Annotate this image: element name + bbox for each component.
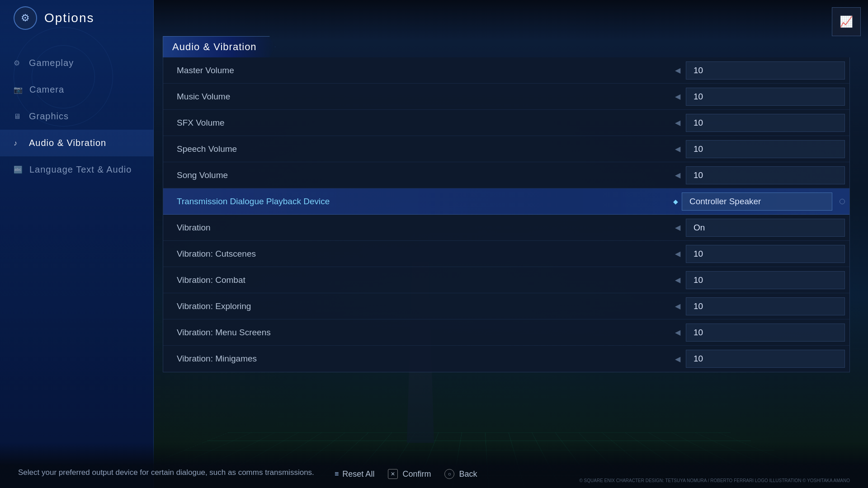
settings-table: Master Volume◀10Music Volume◀10SFX Volum…: [163, 57, 850, 372]
settings-label-vibration-minigames: Vibration: Minigames: [163, 354, 669, 364]
settings-row-vibration[interactable]: Vibration◀On: [163, 215, 849, 241]
settings-label-vibration-cutscenes: Vibration: Cutscenes: [163, 249, 669, 259]
back-button[interactable]: ○ Back: [444, 469, 477, 479]
sidebar-item-graphics[interactable]: 🖥 Graphics: [0, 103, 154, 130]
value-display-sfx-volume: 10: [686, 114, 845, 132]
value-display-song-volume: 10: [686, 166, 845, 184]
settings-row-master-volume[interactable]: Master Volume◀10: [163, 57, 849, 84]
confirm-button[interactable]: ✕ Confirm: [388, 469, 431, 479]
settings-row-song-volume[interactable]: Song Volume◀10: [163, 162, 849, 188]
sidebar-item-label: Graphics: [29, 111, 69, 122]
value-display-speech-volume: 10: [686, 140, 845, 158]
sidebar-item-gameplay[interactable]: ⚙ Gameplay: [0, 50, 154, 76]
value-display-master-volume: 10: [686, 61, 845, 80]
settings-value-area-vibration-menu-screens: ◀10: [669, 324, 849, 342]
gameplay-icon: ⚙: [14, 59, 23, 67]
settings-row-vibration-exploring[interactable]: Vibration: Exploring◀10: [163, 293, 849, 319]
settings-row-vibration-cutscenes[interactable]: Vibration: Cutscenes◀10: [163, 241, 849, 267]
confirm-btn-icon: ✕: [388, 469, 398, 479]
bottom-hint: Select your preferred output device for …: [18, 468, 335, 479]
main-content: Audio & Vibration Master Volume◀10Music …: [163, 36, 850, 443]
arrow-left-speech-volume[interactable]: ◀: [673, 143, 682, 155]
reset-all-button[interactable]: ≡ Reset All: [335, 469, 374, 479]
sidebar-item-label: Audio & Vibration: [29, 138, 106, 148]
section-header: Audio & Vibration: [163, 36, 275, 57]
arrow-left-vibration-minigames[interactable]: ◀: [673, 353, 682, 365]
settings-value-area-transmission-dialogue: ◆Controller Speaker: [669, 192, 849, 211]
options-icon: ⚙: [14, 6, 37, 30]
sidebar-item-label: Language Text & Audio: [29, 164, 132, 175]
settings-label-speech-volume: Speech Volume: [163, 144, 669, 154]
gear-icon: ⚙: [21, 12, 30, 24]
confirm-label: Confirm: [402, 469, 431, 479]
value-display-music-volume: 10: [686, 88, 845, 106]
settings-value-area-master-volume: ◀10: [669, 61, 849, 80]
settings-value-area-sfx-volume: ◀10: [669, 114, 849, 132]
sidebar-item-language[interactable]: 🔤 Language Text & Audio: [0, 156, 154, 183]
sidebar-menu: ⚙ Gameplay 📷 Camera 🖥 Graphics ♪ Audio &…: [0, 41, 154, 192]
sidebar-item-camera[interactable]: 📷 Camera: [0, 76, 154, 103]
back-btn-icon: ○: [444, 469, 454, 479]
stats-icon: 📈: [840, 15, 853, 28]
settings-value-area-music-volume: ◀10: [669, 88, 849, 106]
settings-label-transmission-dialogue: Transmission Dialogue Playback Device: [163, 197, 669, 206]
sidebar-item-label: Camera: [29, 84, 64, 95]
settings-row-vibration-combat[interactable]: Vibration: Combat◀10: [163, 267, 849, 293]
settings-value-area-speech-volume: ◀10: [669, 140, 849, 158]
settings-label-vibration-exploring: Vibration: Exploring: [163, 301, 669, 311]
settings-value-area-vibration: ◀On: [669, 219, 849, 237]
settings-row-music-volume[interactable]: Music Volume◀10: [163, 84, 849, 110]
settings-value-area-song-volume: ◀10: [669, 166, 849, 184]
settings-label-vibration-menu-screens: Vibration: Menu Screens: [163, 328, 669, 338]
settings-row-vibration-menu-screens[interactable]: Vibration: Menu Screens◀10: [163, 319, 849, 346]
bottom-actions: ≡ Reset All ✕ Confirm ○ Back: [335, 469, 477, 479]
page-title: Options: [44, 11, 94, 25]
language-icon: 🔤: [14, 165, 23, 174]
value-display-vibration-combat: 10: [686, 271, 845, 289]
value-display-vibration-cutscenes: 10: [686, 245, 845, 263]
settings-label-vibration-combat: Vibration: Combat: [163, 275, 669, 285]
graphics-icon: 🖥: [14, 113, 23, 121]
settings-label-sfx-volume: SFX Volume: [163, 118, 669, 128]
sidebar-item-label: Gameplay: [29, 58, 74, 68]
settings-label-song-volume: Song Volume: [163, 170, 669, 180]
section-title: Audio & Vibration: [172, 41, 257, 53]
arrow-left-vibration-menu-screens[interactable]: ◀: [673, 326, 682, 338]
arrow-left-vibration-exploring[interactable]: ◀: [673, 300, 682, 312]
stats-button[interactable]: 📈: [832, 7, 861, 36]
reset-all-label: Reset All: [342, 469, 374, 479]
settings-row-speech-volume[interactable]: Speech Volume◀10: [163, 136, 849, 162]
reset-icon: ≡: [335, 470, 339, 478]
settings-value-area-vibration-minigames: ◀10: [669, 350, 849, 368]
camera-icon: 📷: [14, 85, 23, 94]
value-display-vibration-exploring: 10: [686, 297, 845, 315]
arrow-left-music-volume[interactable]: ◀: [673, 90, 682, 103]
arrow-left-vibration-combat[interactable]: ◀: [673, 274, 682, 286]
settings-label-vibration: Vibration: [163, 223, 669, 233]
settings-row-vibration-minigames[interactable]: Vibration: Minigames◀10: [163, 346, 849, 372]
settings-value-area-vibration-cutscenes: ◀10: [669, 245, 849, 263]
value-display-vibration-minigames: 10: [686, 350, 845, 368]
settings-row-sfx-volume[interactable]: SFX Volume◀10: [163, 110, 849, 136]
audio-icon: ♪: [14, 139, 23, 147]
arrow-left-sfx-volume[interactable]: ◀: [673, 117, 682, 129]
arrow-left-transmission-dialogue[interactable]: ◆: [673, 198, 678, 205]
circle-indicator-transmission-dialogue: [840, 199, 845, 204]
arrow-left-vibration-cutscenes[interactable]: ◀: [673, 248, 682, 260]
sidebar-item-audio-vibration[interactable]: ♪ Audio & Vibration: [0, 130, 154, 156]
arrow-left-master-volume[interactable]: ◀: [673, 64, 682, 76]
value-display-vibration: On: [686, 219, 845, 237]
value-display-vibration-menu-screens: 10: [686, 324, 845, 342]
back-label: Back: [459, 469, 477, 479]
header: ⚙ Options: [0, 0, 868, 36]
value-display-transmission-dialogue: Controller Speaker: [682, 192, 832, 211]
settings-label-master-volume: Master Volume: [163, 66, 669, 75]
arrow-left-song-volume[interactable]: ◀: [673, 169, 682, 181]
arrow-left-vibration[interactable]: ◀: [673, 221, 682, 234]
copyright: © SQUARE ENIX CHARACTER DESIGN: TETSUYA …: [579, 477, 850, 484]
settings-label-music-volume: Music Volume: [163, 92, 669, 102]
settings-row-transmission-dialogue[interactable]: Transmission Dialogue Playback Device◆Co…: [163, 188, 849, 215]
settings-value-area-vibration-exploring: ◀10: [669, 297, 849, 315]
settings-value-area-vibration-combat: ◀10: [669, 271, 849, 289]
